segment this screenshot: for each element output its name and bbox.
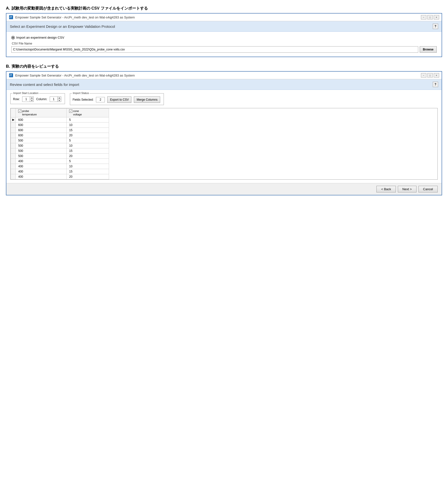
app-icon: iT — [9, 15, 13, 19]
svg-text:iT: iT — [10, 16, 12, 19]
cell-col1-3: 600 — [16, 133, 67, 138]
table-row: 50010 — [11, 143, 109, 148]
help-btn-b[interactable]: ? — [433, 82, 438, 87]
minimize-btn-a[interactable]: − — [421, 15, 426, 19]
cell-col2-5: 10 — [67, 143, 109, 148]
row-indicator-5 — [11, 143, 16, 148]
window-a-controls: − □ × — [421, 15, 439, 19]
cell-col1-11: 400 — [16, 174, 67, 179]
table-row: 4005 — [11, 159, 109, 164]
cell-col1-2: 600 — [16, 127, 67, 133]
cell-col1-10: 400 — [16, 169, 67, 174]
maximize-btn-a[interactable]: □ — [427, 15, 433, 19]
subtitle-text-a: Select an Experiment Design or an Empowe… — [10, 24, 115, 29]
window-b-controls: − □ × — [421, 73, 439, 77]
table-row: 50020 — [11, 153, 109, 159]
col-indicator-header — [11, 108, 16, 117]
window-b-body: Import Start Location Row: ▲ ▼ Column: — [6, 90, 442, 183]
column-down-arrow[interactable]: ▼ — [57, 99, 61, 102]
close-btn-b[interactable]: × — [434, 73, 439, 77]
window-b: iT Empower Sample Set Generator - ArcPr_… — [6, 71, 442, 195]
fields-selected-value: 2 — [96, 97, 105, 102]
cell-col2-11: 20 — [67, 174, 109, 179]
cell-col2-8: 5 — [67, 159, 109, 164]
cell-col1-0: 600 — [16, 117, 67, 122]
cell-col1-1: 600 — [16, 122, 67, 127]
titlebar-a: iT Empower Sample Set Generator - ArcPr_… — [6, 14, 442, 21]
footer-bar: < Back Next > Cancel — [6, 183, 442, 195]
row-indicator-11 — [11, 174, 16, 179]
app-icon-b: iT — [9, 73, 13, 77]
csv-file-row: Browse — [11, 46, 437, 53]
radio-import-csv[interactable]: Import an experiment design CSV — [11, 36, 437, 39]
column-up-arrow[interactable]: ▲ — [57, 97, 61, 99]
row-label: Row: — [13, 97, 20, 101]
window-a-body: Import an experiment design CSV CSV File… — [6, 32, 442, 57]
cell-col2-10: 15 — [67, 169, 109, 174]
cell-col1-7: 500 — [16, 153, 67, 159]
cell-col1-6: 500 — [16, 148, 67, 153]
row-indicator-6 — [11, 148, 16, 153]
cancel-button[interactable]: Cancel — [418, 186, 438, 192]
subtitle-text-b: Review content and select fields for imp… — [10, 82, 79, 87]
merge-columns-button[interactable]: Merge Columns — [134, 96, 160, 103]
row-up-arrow[interactable]: ▲ — [30, 97, 34, 99]
titlebar-b: iT Empower Sample Set Generator - ArcPr_… — [6, 72, 442, 79]
row-indicator-10 — [11, 169, 16, 174]
maximize-btn-b[interactable]: □ — [427, 73, 433, 77]
col1-checkbox[interactable] — [18, 109, 21, 113]
cell-col2-3: 20 — [67, 133, 109, 138]
cell-col1-8: 400 — [16, 159, 67, 164]
browse-button[interactable]: Browse — [420, 46, 437, 53]
data-table-wrapper: probetemperature conevoltage ▶6005600106… — [10, 108, 438, 180]
import-start-title: Import Start Location — [13, 91, 39, 94]
cell-col2-0: 5 — [67, 117, 109, 122]
subtitle-bar-a: Select an Experiment Design or an Empowe… — [6, 21, 442, 32]
row-indicator-1 — [11, 122, 16, 127]
cell-col2-9: 10 — [67, 164, 109, 169]
subtitle-bar-b: Review content and select fields for imp… — [6, 79, 442, 90]
section-a-label: A. 試験用の変動要因が含まれている実験計画の CSV ファイルをインポートする — [6, 6, 442, 11]
radio-label: Import an experiment design CSV — [16, 36, 64, 39]
cell-col1-5: 500 — [16, 143, 67, 148]
row-indicator-7 — [11, 153, 16, 159]
row-indicator-3 — [11, 133, 16, 138]
close-btn-a[interactable]: × — [434, 15, 439, 19]
section-b-label: B. 実験の内容をレビューする — [6, 64, 442, 69]
minimize-btn-b[interactable]: − — [421, 73, 426, 77]
table-row: 60020 — [11, 133, 109, 138]
row-down-arrow[interactable]: ▼ — [30, 99, 34, 102]
cell-col2-7: 20 — [67, 153, 109, 159]
cell-col1-9: 400 — [16, 164, 67, 169]
row-input[interactable] — [22, 96, 30, 102]
export-csv-button[interactable]: Export to CSV — [107, 96, 131, 103]
col2-checkbox[interactable] — [69, 109, 72, 113]
cell-col2-4: 5 — [67, 138, 109, 143]
svg-text:iT: iT — [10, 74, 12, 77]
row-indicator-0: ▶ — [11, 117, 16, 122]
next-button[interactable]: Next > — [398, 186, 416, 192]
window-b-title: Empower Sample Set Generator - ArcPr_met… — [15, 73, 135, 77]
import-controls-row: Import Start Location Row: ▲ ▼ Column: — [10, 93, 438, 105]
table-row: 40015 — [11, 169, 109, 174]
table-row: 40010 — [11, 164, 109, 169]
radio-circle[interactable] — [11, 36, 15, 39]
col2-header[interactable]: conevoltage — [67, 108, 109, 117]
cell-col2-1: 10 — [67, 122, 109, 127]
col2-header-text: conevoltage — [73, 109, 82, 116]
back-button[interactable]: < Back — [376, 186, 395, 192]
column-input[interactable] — [50, 96, 57, 102]
row-spin[interactable]: ▲ ▼ — [22, 96, 34, 102]
col1-header[interactable]: probetemperature — [16, 108, 67, 117]
window-a-title: Empower Sample Set Generator - ArcPr_met… — [15, 16, 135, 19]
fields-selected-label: Fields Selected: — [72, 98, 93, 101]
row-indicator-8 — [11, 159, 16, 164]
csv-file-input[interactable] — [11, 46, 418, 53]
data-table: probetemperature conevoltage ▶6005600106… — [11, 108, 109, 180]
table-row: ▶6005 — [11, 117, 109, 122]
row-indicator-9 — [11, 164, 16, 169]
window-a: iT Empower Sample Set Generator - ArcPr_… — [6, 13, 442, 57]
col1-header-text: probetemperature — [22, 109, 37, 116]
help-btn-a[interactable]: ? — [433, 24, 438, 29]
column-spin[interactable]: ▲ ▼ — [50, 96, 61, 102]
